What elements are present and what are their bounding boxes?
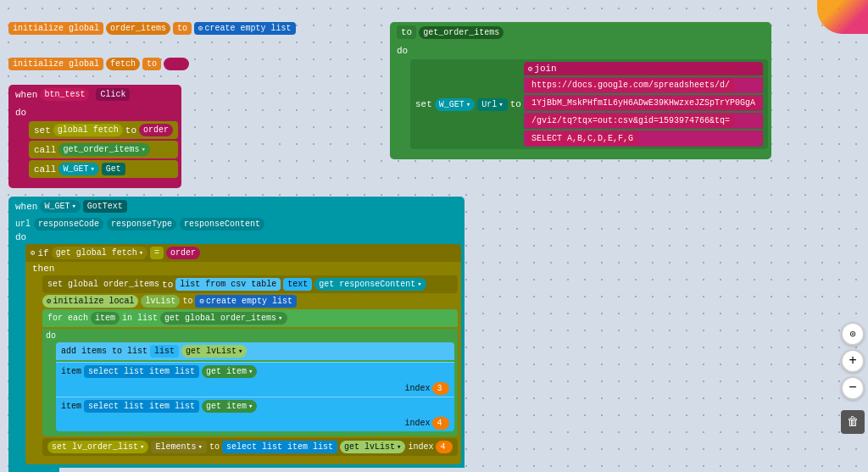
url3-row: /gviz/tq?tqx=out:csv&gid=1593974766&tq= (524, 113, 763, 129)
order-value[interactable]: order (139, 124, 173, 136)
url-dropdown[interactable]: Url ▾ (477, 98, 507, 111)
global-fetch-var[interactable]: global fetch (53, 124, 123, 136)
list-param[interactable]: list (150, 345, 179, 358)
response-code-param[interactable]: responseCode (34, 218, 103, 230)
response-type-param[interactable]: responseType (107, 218, 176, 230)
get-method[interactable]: Get (102, 163, 125, 175)
if-kw: if (37, 248, 48, 258)
zoom-in-button[interactable]: + (841, 349, 865, 373)
get-item1-var[interactable]: get item ▾ (202, 365, 257, 378)
url2-value[interactable]: 1YjBbM_MskPHfmIL6yH6ADwE39KHwzxeJZSpTrYP… (527, 97, 760, 109)
for-each-body: do add items to list list get lvList ▾ i… (42, 329, 458, 436)
item-var[interactable]: item (91, 312, 120, 325)
index2-row: index 4 (56, 415, 454, 431)
order-cond-value[interactable]: order (166, 247, 200, 259)
select-list-item1[interactable]: select list item list (84, 365, 199, 378)
do-kw: do (15, 106, 178, 119)
url3-value[interactable]: /gviz/tq?tqx=out:csv&gid=1593974766&tq= (527, 114, 734, 127)
list-from-csv-block[interactable]: list from csv table (175, 278, 281, 291)
init-global-label[interactable]: initialize global (8, 22, 103, 35)
when-kw2: when (15, 202, 37, 212)
when-wget-header: when W_GET ▾ GotText (8, 197, 465, 216)
text-param[interactable]: text (283, 278, 312, 291)
call-wget-row: call W_GET ▾ Get (29, 160, 178, 178)
get-order-items-def-block: to get_order_items do set W_GET ▾ Url ▾ … (390, 22, 771, 159)
add-items-to-list-header: add items to list list get lvList ▾ (56, 342, 454, 360)
when-wget-footer (8, 468, 59, 472)
call-kw2: call (34, 164, 56, 175)
index1-value[interactable]: 3 (432, 382, 449, 395)
params-row: url responseCode responseType responseCo… (8, 216, 465, 232)
fetch-var[interactable]: fetch (106, 58, 140, 70)
item-row1: item select list item list get item ▾ (56, 362, 454, 380)
get-item2-var[interactable]: get item ▾ (202, 400, 257, 413)
click-event[interactable]: Click (96, 88, 130, 101)
select-list-item2[interactable]: select list item list (84, 400, 199, 413)
url1-value[interactable]: https://docs.google.com/spreadsheets/d/ (527, 79, 734, 92)
for-each-header: for each item in list get global order_i… (42, 309, 458, 327)
select-list-item3[interactable]: select list item list (222, 441, 337, 453)
to-label: to (173, 22, 192, 35)
add-items-kw: add items to list (61, 347, 147, 356)
url1-row: https://docs.google.com/spreadsheets/d/ (524, 77, 763, 93)
index1-row: index 3 (56, 380, 454, 397)
url4-value[interactable]: SELECT A,B,C,D,E,F,G (527, 132, 637, 145)
set-kw: set (34, 125, 51, 136)
wget-call[interactable]: W_GET ▾ (58, 163, 98, 175)
init-local-btn[interactable]: ⚙ initialize local (42, 295, 138, 308)
fetch-value[interactable] (164, 58, 189, 70)
set-wget-inner: set W_GET ▾ Url ▾ to ⚙ join (410, 59, 768, 149)
do-kw3: do (15, 232, 26, 242)
wget-event-source[interactable]: W_GET ▾ (40, 200, 80, 213)
app-logo (817, 0, 868, 34)
zoom-out-button[interactable]: − (841, 376, 865, 400)
btn-test-var[interactable]: btn_test (40, 88, 89, 101)
zoom-reset-button[interactable]: ⊙ (841, 322, 865, 346)
to-kw-header: to (397, 25, 416, 39)
join-block: ⚙ join https://docs.google.com/spreadshe… (524, 62, 763, 147)
set-kw2: set (415, 99, 432, 109)
get-order-items-name[interactable]: get_order_items (419, 26, 504, 39)
get-lvlist2-var[interactable]: get lvList ▾ (340, 441, 405, 453)
item-lbl2: item (61, 402, 81, 411)
get-global-fetch-cond[interactable]: get global fetch ▾ (52, 247, 147, 259)
create-empty-list2[interactable]: ⚙ create empty list (195, 295, 296, 308)
get-order-items-call[interactable]: get_order_items ▾ (58, 143, 149, 156)
index2-kw: index (404, 419, 430, 428)
when-wget-gottext-block: when W_GET ▾ GotText url responseCode re… (8, 197, 465, 472)
index2-value[interactable]: 4 (432, 417, 449, 430)
init-fetch-label[interactable]: initialize global (8, 58, 103, 70)
elements-prop[interactable]: Elements ▾ (151, 441, 206, 453)
to-kw6: to (209, 442, 220, 452)
eq-op[interactable]: = (150, 247, 164, 259)
get-response-content[interactable]: get responseContent ▾ (314, 278, 426, 291)
gottext-event[interactable]: GotText (83, 200, 127, 213)
get-lvlist-param[interactable]: get lvList ▾ (181, 345, 247, 358)
do-kw4: do (46, 331, 56, 341)
item-row2: item select list item list get item ▾ (56, 397, 454, 415)
trash-button[interactable]: 🗑 (841, 410, 865, 434)
init-order-items-block: initialize global order_items to ⚙ creat… (8, 22, 296, 35)
response-content-param[interactable]: responseContent (180, 218, 264, 230)
join-kw: join (534, 64, 556, 74)
set-order-items-row: set global order_items to list from csv … (42, 275, 458, 293)
fetch-to-label: to (142, 58, 161, 70)
index1-kw: index (404, 384, 430, 393)
wget-dropdown[interactable]: W_GET ▾ (435, 98, 475, 111)
to-kw4: to (162, 280, 173, 290)
get-global-order-items[interactable]: get global order_items ▾ (160, 312, 287, 325)
do-kw2: do (397, 44, 768, 58)
in-list-kw: in list (122, 314, 158, 323)
set-kw3: set global order_items (47, 280, 159, 289)
to-kw3: to (510, 99, 521, 109)
then-kw: then (32, 264, 54, 274)
init-fetch-block: initialize global fetch to (8, 58, 189, 70)
call-get-order-items-row: call get_order_items ▾ (29, 141, 178, 158)
index3-value[interactable]: 4 (436, 441, 453, 453)
set-lv-order-list-var[interactable]: set lv_order_list ▾ (47, 441, 148, 453)
url4-row: SELECT A,B,C,D,E,F,G (524, 130, 763, 147)
lvlist-var[interactable]: lvList (141, 295, 180, 308)
create-empty-list-btn[interactable]: ⚙ create empty list (194, 22, 295, 35)
url2-row: 1YjBbM_MskPHfmIL6yH6ADwE39KHwzxeJZSpTrYP… (524, 95, 763, 111)
order-items-var[interactable]: order_items (106, 22, 170, 35)
